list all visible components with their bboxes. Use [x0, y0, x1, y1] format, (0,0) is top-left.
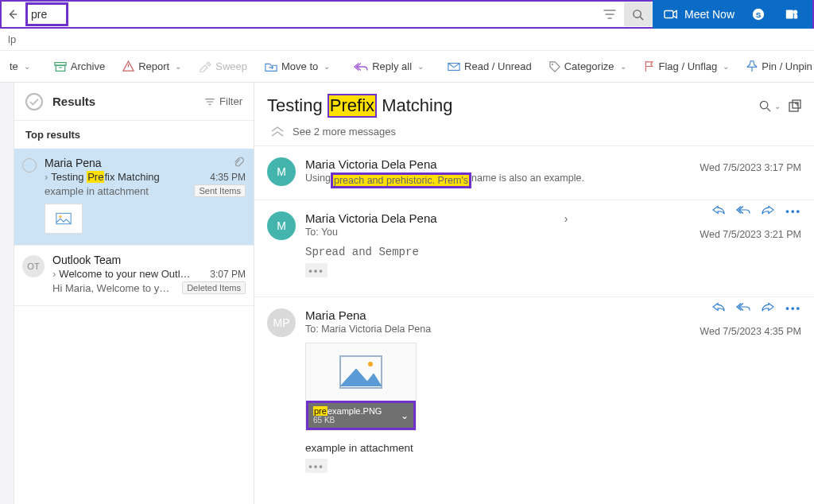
message-list: Results Filter Top results Maria Pena › — [14, 83, 254, 504]
skype-icon[interactable]: S — [749, 5, 768, 24]
avatar: OT — [22, 255, 45, 277]
svg-rect-6 — [794, 14, 798, 18]
more-icon[interactable]: ••• — [785, 205, 801, 217]
chevron-down-icon[interactable]: ⌄ — [24, 62, 30, 71]
avatar: MP — [267, 308, 296, 337]
help-label: lp — [8, 33, 16, 45]
reply-icon[interactable] — [712, 205, 725, 217]
forward-icon[interactable] — [762, 205, 774, 217]
svg-rect-1 — [665, 11, 673, 18]
chevron-down-icon[interactable]: ⌄ — [324, 62, 330, 71]
folder-tag: Deleted Items — [182, 281, 246, 294]
left-gutter — [0, 83, 14, 504]
svg-point-18 — [368, 362, 373, 366]
expand-arrow-icon[interactable]: › — [564, 212, 568, 225]
message-item[interactable]: Maria Pena › Testing Prefix Matching 4:3… — [14, 149, 254, 246]
chevron-down-icon[interactable]: ⌄ — [175, 62, 181, 71]
reading-pane: Testing Prefix Matching ⌄ See 2 more mes… — [254, 83, 814, 504]
meet-now-label: Meet Now — [684, 8, 735, 21]
filter-button[interactable]: Filter — [205, 95, 242, 107]
search-submit-icon[interactable] — [624, 2, 653, 26]
thread-caret-icon[interactable]: › — [45, 171, 48, 183]
conversation-message[interactable]: ••• MP Maria Pena To: Maria Victoria Del… — [254, 297, 814, 484]
move-to-button[interactable]: Move to⌄ — [258, 57, 336, 76]
svg-point-0 — [634, 10, 641, 17]
search-input[interactable] — [31, 8, 63, 21]
message-body: Spread and Sempre — [305, 246, 801, 258]
attachment-card[interactable]: preexample.PNG 65 KB ⌄ — [305, 343, 417, 431]
help-row: lp — [0, 29, 814, 51]
zoom-icon[interactable]: ⌄ — [759, 99, 781, 112]
forward-icon[interactable] — [762, 302, 774, 314]
message-item[interactable]: OT Outlook Team › Welcome to your new Ou… — [14, 246, 254, 306]
meet-now-button[interactable]: Meet Now — [664, 8, 735, 21]
svg-point-13 — [59, 215, 61, 218]
command-toolbar: te⌄ Archive Report⌄ Sweep Move to⌄ Reply… — [0, 51, 814, 83]
results-title: Results — [52, 95, 205, 108]
svg-point-10 — [552, 63, 553, 64]
message-timestamp: Wed 7/5/2023 4:35 PM — [700, 326, 801, 337]
message-actions: ••• — [712, 302, 801, 314]
attachment-preview — [306, 343, 416, 401]
categorize-button[interactable]: Categorize⌄ — [543, 57, 633, 76]
expand-dots[interactable]: ••• — [305, 263, 328, 277]
attachment-thumbnail[interactable] — [45, 204, 83, 234]
sweep-button[interactable]: Sweep — [192, 57, 254, 76]
thread-caret-icon[interactable]: › — [52, 268, 56, 280]
report-button[interactable]: Report⌄ — [116, 57, 188, 76]
avatar: M — [267, 211, 296, 240]
message-timestamp: Wed 7/5/2023 3:17 PM — [700, 162, 801, 173]
message-body: example in attachment — [305, 442, 801, 454]
popout-icon[interactable] — [789, 99, 801, 112]
read-unread-button[interactable]: Read / Unread — [441, 57, 538, 76]
pin-button[interactable]: Pin / Unpin — [740, 57, 814, 76]
select-all-checkbox[interactable] — [25, 93, 43, 110]
reply-all-icon[interactable] — [736, 302, 750, 314]
avatar: M — [267, 157, 296, 186]
message-snippet: Using preach and prehistoric. Prem's nam… — [305, 173, 801, 188]
preview-text: example in attachment — [45, 185, 191, 197]
search-field[interactable] — [25, 2, 68, 26]
reading-header: Testing Prefix Matching ⌄ — [254, 83, 814, 126]
main-columns: Results Filter Top results Maria Pena › — [0, 83, 814, 504]
reply-all-button[interactable]: Reply all⌄ — [347, 57, 430, 76]
conversation-title: Testing Prefix Matching — [267, 94, 751, 118]
select-circle[interactable] — [22, 158, 37, 173]
svg-rect-4 — [786, 10, 793, 19]
list-header: Results Filter — [14, 83, 254, 121]
svg-rect-8 — [56, 65, 65, 71]
message-actions: ••• — [712, 205, 801, 217]
reply-icon[interactable] — [712, 302, 725, 314]
chevron-down-icon[interactable]: ⌄ — [620, 62, 626, 71]
teams-icon[interactable] — [782, 5, 801, 24]
delete-button[interactable]: te⌄ — [3, 57, 37, 76]
chevron-down-icon[interactable]: ⌄ — [723, 62, 729, 71]
chevron-down-icon[interactable]: ⌄ — [417, 62, 424, 71]
collapse-icon[interactable] — [270, 126, 285, 138]
expand-dots[interactable]: ••• — [305, 459, 328, 473]
sender-name: Maria Pena — [45, 157, 233, 169]
attachment-caption[interactable]: preexample.PNG 65 KB ⌄ — [306, 401, 416, 430]
meet-bar: Meet Now S — [653, 0, 812, 29]
message-timestamp: Wed 7/5/2023 3:21 PM — [700, 229, 801, 240]
message-time: 4:35 PM — [210, 172, 246, 183]
top-results-header: Top results — [14, 121, 254, 149]
chevron-down-icon[interactable]: ⌄ — [401, 410, 409, 421]
sender-name: Outlook Team — [52, 254, 246, 266]
svg-text:S: S — [756, 10, 762, 19]
conversation-message[interactable]: ••• M Maria Victoria Dela Pena› To: You … — [254, 200, 814, 289]
see-more-row[interactable]: See 2 more messages — [254, 126, 814, 145]
flag-button[interactable]: Flag / Unflag⌄ — [638, 57, 736, 76]
conversation-message[interactable]: M Maria Victoria Dela Pena Using preach … — [254, 145, 814, 200]
archive-button[interactable]: Archive — [48, 57, 111, 76]
attachment-icon — [233, 157, 246, 169]
search-filter-icon[interactable] — [595, 2, 624, 26]
back-icon[interactable] — [3, 5, 22, 24]
message-time: 3:07 PM — [210, 269, 246, 280]
svg-rect-16 — [793, 100, 800, 108]
more-icon[interactable]: ••• — [785, 302, 801, 314]
svg-point-14 — [760, 101, 767, 108]
reply-all-icon[interactable] — [736, 205, 750, 217]
subject: Welcome to your new Outl… — [59, 268, 205, 280]
subject: Testing Prefix Matching — [51, 171, 205, 183]
